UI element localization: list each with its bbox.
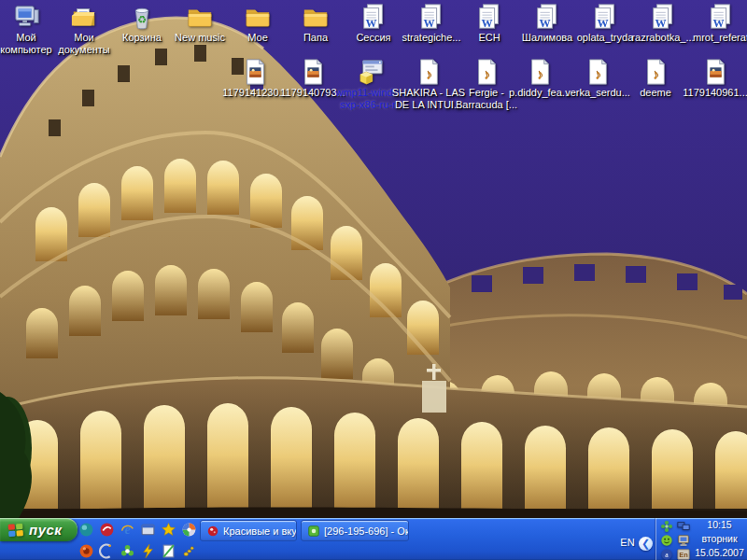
quick-launch-yellow-ant-icon[interactable] [181, 543, 197, 559]
image-file-icon [299, 58, 327, 86]
installer-package-icon [357, 58, 385, 86]
image-file-icon [701, 58, 729, 86]
svg-text:W: W [366, 17, 377, 30]
icq-green-icon [307, 525, 320, 538]
audio-file-icon: ♪ [584, 58, 612, 86]
task-button-label: [296-195-696] - Окн... [324, 525, 409, 537]
tray-green-flower-tray-icon[interactable] [660, 520, 673, 533]
word-document-icon: W [649, 3, 677, 31]
word-document-icon: W [591, 3, 619, 31]
my-documents-icon [70, 3, 98, 31]
tray-collapse-arrow-icon[interactable]: ❮ [639, 537, 653, 551]
image-file-icon [241, 58, 269, 86]
tray-punto-a-icon[interactable]: a [660, 548, 673, 560]
red-site-icon [206, 525, 219, 538]
clock-time: 10:15 [707, 519, 731, 530]
folder-icon [244, 3, 272, 31]
desktop-icon-label: mrot_referat [678, 32, 747, 44]
start-button-label: пуск [29, 522, 62, 538]
quick-launch-grey-crescent-icon[interactable] [99, 543, 115, 559]
tray-lang-en-badge-icon[interactable]: En [677, 548, 690, 560]
word-document-icon: W [359, 3, 388, 31]
svg-text:W: W [482, 17, 493, 30]
start-button[interactable]: пуск [0, 518, 78, 541]
tray-network-monitors-icon[interactable] [677, 520, 690, 533]
quick-launch-yellow-lightning-icon[interactable] [140, 543, 156, 559]
folder-icon [302, 3, 330, 31]
task-button-1[interactable]: Красивые и вкусны... [200, 520, 297, 541]
word-document-icon: W [707, 3, 735, 31]
quick-launch-green-flower-icon[interactable] [120, 543, 135, 559]
svg-text:W: W [655, 17, 667, 30]
desktop: Мой компьютерМои документы♻КорзинаNew mu… [0, 0, 747, 560]
word-document-icon: W [475, 3, 503, 31]
audio-file-icon: ♪ [641, 58, 669, 86]
word-document-icon: W [533, 3, 561, 31]
quick-launch-red-ball-icon[interactable] [99, 522, 115, 538]
quick-launch-note-page-icon[interactable] [161, 543, 176, 559]
quick-launch-grey-window-icon[interactable] [140, 522, 156, 538]
quick-launch-internet-explorer-icon[interactable]: e [120, 522, 135, 538]
my-computer-icon [12, 3, 40, 31]
clock[interactable]: 10:15 вторник 15.05.2007 [694, 519, 745, 558]
svg-text:W: W [713, 17, 725, 30]
folder-icon [186, 3, 214, 31]
quick-launch-orange-ball-icon[interactable] [78, 543, 94, 559]
quick-launch-media-cd-icon[interactable] [181, 522, 197, 538]
language-indicator[interactable]: EN [616, 537, 639, 548]
recycle-bin-icon: ♻ [128, 3, 156, 31]
clock-weekday: вторник [702, 533, 738, 544]
windows-logo-icon [7, 523, 24, 538]
svg-text:W: W [598, 17, 609, 30]
audio-file-icon: ♪ [415, 58, 443, 86]
word-document-icon: W [417, 3, 445, 31]
desktop-icon-image-file-1-8[interactable]: 1179140961... [672, 58, 747, 99]
desktop-icon-word-document-0-12[interactable]: Wmrot_referat [678, 3, 747, 44]
audio-file-icon: ♪ [526, 58, 554, 86]
svg-text:W: W [424, 17, 435, 30]
task-button-2[interactable]: [296-195-696] - Окн... [301, 520, 409, 541]
svg-text:♻: ♻ [137, 14, 147, 25]
tray-display-monitor-icon[interactable] [677, 534, 690, 547]
tray-icq-smiley-icon[interactable] [660, 534, 673, 547]
svg-text:En: En [679, 551, 688, 559]
system-tray: aEn 10:15 вторник 15.05.2007 [655, 518, 747, 560]
task-button-label: Красивые и вкусны... [223, 525, 297, 537]
taskbar: пуск e Красивые и вкусны...[296-195-696]… [0, 518, 747, 560]
desktop-icon-label: 1179140961... [672, 87, 747, 99]
svg-text:e: e [124, 523, 130, 537]
quick-launch-yellow-star-icon[interactable] [161, 522, 176, 538]
svg-text:a: a [665, 551, 669, 559]
svg-text:W: W [540, 17, 551, 30]
clock-date: 15.05.2007 [695, 547, 744, 558]
quick-launch-teal-sphere-icon[interactable] [78, 522, 94, 538]
